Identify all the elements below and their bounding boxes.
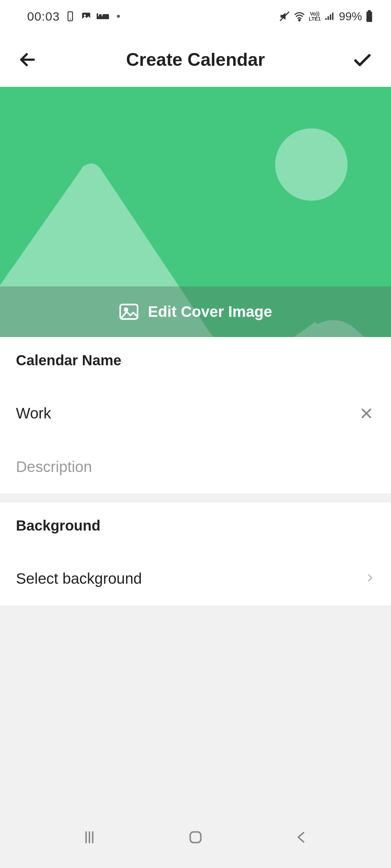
status-right: Vo)) LTE1 99% [279,10,373,23]
svg-rect-24 [190,832,201,842]
status-time: 00:03 [27,9,60,24]
name-section: Calendar Name [0,337,391,494]
close-icon [360,407,373,420]
confirm-button[interactable] [351,49,373,70]
signal-icon [324,12,335,21]
image-icon [119,303,139,320]
cover-image: Edit Cover Image [0,87,391,337]
home-icon [188,829,203,845]
more-dot-icon [117,15,120,18]
bed-icon [97,12,109,21]
clear-name-button[interactable] [358,405,375,422]
edit-cover-label: Edit Cover Image [148,303,272,320]
edit-cover-button[interactable]: Edit Cover Image [0,286,391,337]
svg-rect-10 [325,18,327,20]
home-button[interactable] [181,823,210,852]
mute-icon [279,11,290,22]
calendar-name-input[interactable] [16,405,358,422]
image-icon [81,11,92,22]
cover-placeholder-sun [275,128,348,201]
battery-icon [366,10,373,22]
background-label: Background [16,518,375,534]
svg-point-9 [299,20,300,21]
svg-rect-14 [368,10,371,12]
arrow-left-icon [18,50,37,69]
svg-rect-13 [332,13,333,20]
chevron-left-icon [294,829,310,845]
page-title: Create Calendar [126,49,265,70]
svg-point-6 [99,14,102,17]
app-bar: Create Calendar [0,33,391,87]
description-input[interactable] [16,458,375,476]
phone-icon [65,11,76,22]
name-label: Calendar Name [16,352,375,369]
recents-icon [81,829,97,845]
background-section: Background Select background [0,502,391,605]
nav-back-button[interactable] [287,823,316,852]
svg-rect-5 [97,13,98,19]
select-background-label: Select background [16,570,142,587]
system-nav-bar [0,817,391,868]
svg-rect-15 [366,12,372,22]
status-bar: 00:03 Vo)) LTE1 99% [0,0,391,33]
svg-point-3 [84,14,86,16]
status-left: 00:03 [27,9,120,24]
check-icon [352,49,373,70]
recents-button[interactable] [75,823,104,852]
svg-rect-7 [102,14,109,17]
select-background-row[interactable]: Select background [16,570,375,587]
svg-rect-11 [328,16,329,20]
svg-point-18 [125,308,127,311]
wifi-icon [294,11,305,21]
chevron-right-icon [365,573,375,584]
svg-rect-12 [330,14,331,20]
back-button[interactable] [18,50,40,69]
battery-percent: 99% [339,10,362,23]
volte-icon: Vo)) LTE1 [309,11,321,21]
